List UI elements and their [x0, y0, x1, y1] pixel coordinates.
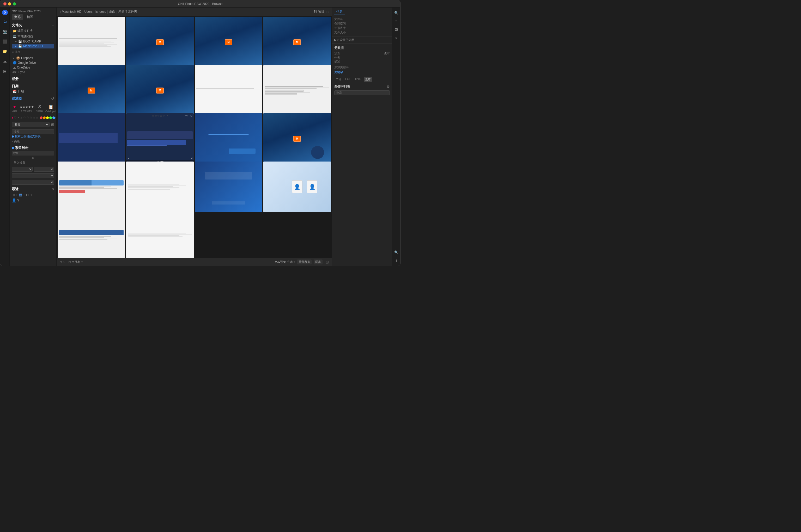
far-right-list-icon[interactable]: ≡	[393, 18, 399, 24]
drive-bootcamp[interactable]: ▶ 💾 BOOTCAMP	[12, 39, 54, 44]
time-filter-select[interactable]: 整天	[12, 122, 50, 127]
recent-settings-icon[interactable]: ⚙	[51, 187, 54, 191]
breadcrumb-back-icon[interactable]: ‹	[60, 10, 61, 14]
color-dot-red[interactable]	[40, 116, 42, 119]
bottom-circle-icon[interactable]: ○	[62, 260, 65, 264]
star-icon-1[interactable]: ☆	[152, 114, 154, 117]
far-right-print-icon[interactable]: 🖨	[393, 35, 399, 41]
color-dot-cyan[interactable]	[52, 116, 55, 119]
sidebar-item-dropbox[interactable]: ▶ 📦 Dropbox	[12, 56, 54, 60]
breadcrumb-desktop[interactable]: 桌面	[109, 10, 115, 14]
view-icon-grid[interactable]: ▦	[19, 193, 22, 197]
photo-cell-5[interactable]: M	[58, 65, 125, 116]
tab-browse[interactable]: 浏览	[12, 14, 23, 20]
meta-tab-none[interactable]: 没有	[364, 77, 372, 82]
star1[interactable]: ☆	[23, 116, 26, 119]
filename-checkbox[interactable]: □	[69, 260, 71, 264]
star-icon-5[interactable]: ☆	[162, 114, 165, 117]
photo-cell-15[interactable]	[195, 162, 262, 212]
layers-icon[interactable]: ⬛	[1, 38, 8, 45]
tab-info[interactable]: 信息	[334, 9, 345, 15]
sidebar-item-catalog[interactable]: 📂 编目文件夹	[12, 28, 54, 34]
far-right-search-icon[interactable]: 🔍	[393, 10, 399, 16]
view-icon-single[interactable]: □	[12, 193, 14, 197]
filter-liked[interactable]: ♥ Liked	[12, 104, 17, 112]
photo-cell-7[interactable]	[195, 65, 262, 116]
photo-cell-11[interactable]	[195, 113, 262, 164]
breadcrumb-unnamed[interactable]: 未命名文件夹	[119, 10, 137, 14]
photo-cell-9[interactable]	[58, 113, 125, 164]
star5[interactable]: ☆	[36, 116, 38, 119]
photo-cell-14[interactable]	[126, 162, 194, 212]
folder-icon[interactable]: 📁	[1, 48, 8, 55]
user-icon[interactable]: 👤	[12, 198, 16, 203]
filter-cataloged[interactable]: 📋 Cataloged	[45, 104, 56, 113]
photo-cell-3[interactable]: M	[195, 17, 262, 68]
color-dot-yellow[interactable]	[46, 116, 49, 119]
color-dot-orange[interactable]	[43, 116, 45, 119]
keyword-gear-icon[interactable]: ⚙	[387, 85, 390, 89]
folders-add-button[interactable]: +	[52, 23, 54, 27]
breadcrumb-macintosh[interactable]: Macintosh HD	[62, 10, 81, 14]
star4[interactable]: ☆	[33, 116, 35, 119]
dropdown-2a[interactable]	[12, 173, 54, 178]
breadcrumb-icheese[interactable]: icheese	[95, 10, 106, 14]
tab-presets[interactable]: 预置	[24, 14, 36, 20]
photo-cell-6[interactable]: M	[126, 65, 194, 116]
stack-icon[interactable]: ▣	[1, 68, 8, 75]
dropdown-3a[interactable]	[12, 180, 54, 185]
cloud-icon[interactable]: ☁	[1, 58, 8, 65]
nav-prev-icon[interactable]: ‹	[325, 10, 327, 14]
heart-filled-icon[interactable]: ♥	[12, 116, 14, 119]
filter-reset-icon[interactable]: ↺	[51, 96, 54, 100]
expand-bottom-icon[interactable]: ⊡	[326, 260, 329, 264]
minimize-button[interactable]	[8, 2, 11, 5]
albums-add-button[interactable]: +	[52, 77, 54, 81]
reset-all-button[interactable]: 重置所有	[297, 260, 312, 264]
flag-icon[interactable]: 🏳	[166, 114, 168, 117]
search-catalog-option[interactable]: 搜索已编目的文件夹	[12, 134, 54, 139]
photo-cell-10[interactable]: ☆ ☆ ☆ ☆ ☆ 🏳 ♡ ✕ ↳ ↲ 11.jpg	[126, 113, 194, 164]
cell-star-rating[interactable]: ☆ ☆ ☆ ☆ ☆ 🏳	[152, 114, 168, 117]
view-icon-dual[interactable]: □□	[14, 193, 18, 197]
reject-icon[interactable]: ✕	[17, 116, 20, 119]
meta-tab-show[interactable]: 节目	[334, 77, 343, 82]
filter-recent[interactable]: ⏱ Recent	[36, 104, 43, 112]
grid-view-icon[interactable]: ⊞	[51, 122, 54, 127]
dropdown-1b[interactable]	[34, 167, 54, 172]
heart-empty-icon[interactable]: ♡	[14, 116, 17, 119]
filter-five-stars[interactable]: ★★★★★ Five Stars	[20, 105, 34, 112]
search-input[interactable]	[12, 129, 54, 134]
photo-cell-8[interactable]	[263, 65, 331, 116]
photo-cell-13[interactable]	[58, 162, 125, 212]
photo-cell-12[interactable]: M	[263, 113, 331, 164]
far-right-image-icon[interactable]: 🖼	[393, 26, 399, 33]
photo-cell-4[interactable]: M	[263, 17, 331, 68]
cell-heart-icon[interactable]: ♡	[185, 114, 188, 118]
nav-next-icon[interactable]: ›	[327, 10, 329, 14]
sidebar-item-onedrive[interactable]: ☁ OneDrive	[12, 65, 54, 70]
browse-icon[interactable]: 🗂	[1, 18, 8, 25]
arrow-right[interactable]: ↲	[190, 157, 193, 160]
quality-arrow[interactable]: ▾	[294, 261, 295, 263]
keyword-link[interactable]: 关键字	[334, 70, 390, 74]
color-dot-green[interactable]	[49, 116, 52, 119]
sidebar-item-gdrive[interactable]: 🔵 Google Drive	[12, 60, 54, 65]
photo-cell-18[interactable]	[126, 210, 194, 258]
cell-close-icon[interactable]: ✕	[190, 114, 193, 118]
sync-button[interactable]: 同步	[314, 260, 323, 264]
meta-tab-iptc[interactable]: IPTC	[353, 77, 363, 82]
breadcrumb-users[interactable]: Users	[84, 10, 92, 14]
advanced-toggle[interactable]: > 高级	[12, 139, 54, 144]
star2[interactable]: ☆	[26, 116, 29, 119]
star-icon-3[interactable]: ☆	[157, 114, 160, 117]
star3[interactable]: ☆	[30, 116, 32, 119]
photo-cell-17[interactable]	[58, 210, 125, 258]
far-right-zoom-icon[interactable]: 🔍	[393, 249, 399, 255]
keyword-search-input[interactable]	[334, 90, 390, 95]
photo-cell-1[interactable]	[58, 17, 125, 68]
camera-icon[interactable]: 📷	[1, 28, 8, 35]
star-icon-4[interactable]: ☆	[160, 114, 162, 117]
view-icon-compare[interactable]: ⊞	[23, 193, 25, 197]
arrow-left[interactable]: ↳	[127, 157, 129, 160]
